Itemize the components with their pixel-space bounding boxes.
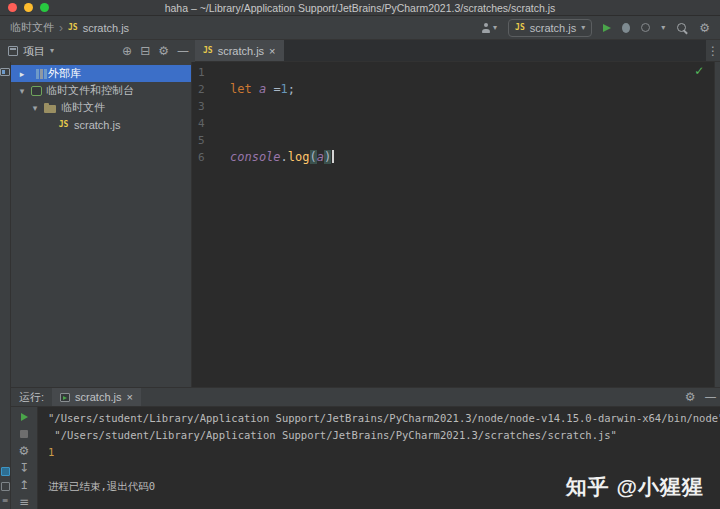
- navbar-actions: ▾ JS scratch.js ▾ ▾ ⚙: [481, 19, 710, 37]
- project-toolwindow-icon[interactable]: [0, 68, 10, 76]
- toolbar-row: 项目 ▾ ⊕ ⊟ ⚙ — JS scratch.js × ⋮: [0, 40, 720, 62]
- collapse-all-icon[interactable]: ⊟: [140, 45, 150, 57]
- project-panel-header: 项目 ▾ ⊕ ⊟ ⚙ —: [0, 40, 195, 62]
- more-run-actions-button[interactable]: ▾: [661, 24, 665, 32]
- breadcrumb: 临时文件 › JS scratch.js: [10, 20, 129, 35]
- run-configuration-selector[interactable]: JS scratch.js ▾: [508, 19, 592, 37]
- rerun-button[interactable]: [21, 411, 28, 423]
- code-token: ;: [288, 82, 295, 96]
- code-token: .: [281, 150, 288, 164]
- editor-tab-label: scratch.js: [218, 45, 264, 57]
- chevron-down-icon[interactable]: ▾: [50, 47, 54, 55]
- hide-panel-icon[interactable]: —: [704, 391, 716, 403]
- gear-icon: ⚙: [699, 22, 710, 34]
- code-line[interactable]: 2let a =1;: [192, 81, 714, 98]
- tree-item-label: 临时文件: [61, 100, 105, 115]
- code-line[interactable]: 5: [192, 132, 714, 149]
- tree-item-label: scratch.js: [74, 119, 120, 131]
- line-number: 6: [192, 149, 230, 166]
- tree-item-scratches-folder[interactable]: ▾临时文件: [11, 99, 191, 116]
- code-line[interactable]: 6console.log(a): [192, 149, 714, 166]
- code-line[interactable]: 1: [192, 64, 714, 81]
- run-button[interactable]: [603, 24, 611, 32]
- titlebar: haha – ~/Library/Application Support/Jet…: [0, 0, 720, 16]
- locate-file-icon[interactable]: ⊕: [122, 45, 132, 57]
- chevron-down-icon: ▾: [661, 24, 665, 32]
- tree-item-scratch-js-file[interactable]: JSscratch.js: [11, 116, 191, 133]
- close-tab-icon[interactable]: ×: [127, 391, 133, 403]
- line-number: 1: [192, 64, 230, 81]
- console-line: "/Users/student/Library/Application Supp…: [48, 410, 720, 427]
- search-everywhere-button[interactable]: [676, 22, 688, 34]
- folder-icon: [44, 102, 57, 114]
- arrow-down-icon: ↧: [19, 462, 29, 474]
- scratches-icon: [31, 86, 42, 96]
- run-header-actions: ⚙ —: [685, 391, 717, 403]
- console-menu-button[interactable]: ≡: [19, 496, 29, 508]
- code-with-me-button[interactable]: ▾: [481, 23, 497, 33]
- scroll-to-end-button[interactable]: ↧: [19, 462, 29, 474]
- coverage-icon: [641, 23, 650, 32]
- right-toolwindow-stripe: [714, 62, 720, 387]
- tree-item-external-libraries[interactable]: ▸外部库: [11, 65, 191, 82]
- editor[interactable]: ✓ 12let a =1;3456console.log(a): [191, 62, 714, 387]
- project-panel-title[interactable]: 项目: [23, 44, 45, 59]
- menu-icon: ≡: [19, 496, 29, 508]
- menu-icon[interactable]: ≡: [2, 497, 9, 505]
- inspection-ok-icon[interactable]: ✓: [694, 64, 704, 78]
- code-token: (: [310, 150, 317, 164]
- tree-item-label: 临时文件和控制台: [46, 83, 134, 98]
- main-row: ▸外部库▾临时文件和控制台▾临时文件JSscratch.js ✓ 12let a…: [11, 62, 720, 387]
- body: ≡ ▸外部库▾临时文件和控制台▾临时文件JSscratch.js ✓ 12let…: [0, 62, 720, 509]
- settings-button[interactable]: ⚙: [699, 22, 710, 34]
- project-tree: ▸外部库▾临时文件和控制台▾临时文件JSscratch.js: [11, 62, 191, 387]
- js-file-icon: JS: [515, 24, 525, 32]
- run-toolwindow-header: 运行: scratch.js × ⚙ —: [11, 387, 720, 406]
- person-icon: [481, 23, 491, 33]
- navigation-bar: 临时文件 › JS scratch.js ▾ JS scratch.js ▾ ▾…: [0, 16, 720, 40]
- pycharm-window: haha – ~/Library/Application Support/Jet…: [0, 0, 720, 509]
- gear-icon[interactable]: ⚙: [685, 391, 696, 403]
- gear-icon[interactable]: ⚙: [158, 45, 169, 57]
- run-tab-icon: [60, 393, 70, 402]
- chevron-right-icon[interactable]: ▸: [17, 69, 27, 79]
- console-settings-button[interactable]: ⚙: [19, 445, 30, 457]
- scroll-to-top-button[interactable]: ↥: [19, 479, 29, 491]
- chevron-down-icon: ▾: [581, 24, 585, 32]
- run-with-coverage-button[interactable]: [641, 23, 650, 32]
- tool-stripe-icon[interactable]: [1, 467, 10, 476]
- console-line: "/Users/student/Library/Application Supp…: [48, 427, 720, 444]
- project-panel-actions: ⊕ ⊟ ⚙ —: [122, 45, 189, 57]
- breadcrumb-scratches[interactable]: 临时文件: [10, 20, 54, 35]
- close-tab-icon[interactable]: ×: [269, 45, 275, 57]
- more-vertical-icon: ⋮: [707, 45, 719, 57]
- editor-tabstrip: JS scratch.js ×: [195, 40, 706, 62]
- js-icon: JS: [57, 119, 70, 131]
- text-caret: [332, 150, 334, 163]
- code-token: let: [230, 82, 252, 96]
- run-tab-scratch-js[interactable]: scratch.js ×: [52, 388, 141, 406]
- code-text: let a =1;: [230, 81, 295, 98]
- tree-item-scratches-and-consoles[interactable]: ▾临时文件和控制台: [11, 82, 191, 99]
- library-icon: [31, 68, 44, 80]
- breadcrumb-file[interactable]: scratch.js: [83, 22, 129, 34]
- chevron-down-icon[interactable]: ▾: [30, 103, 40, 113]
- console-line: 1: [48, 444, 720, 461]
- gear-icon: ⚙: [19, 445, 30, 457]
- tool-stripe-icon[interactable]: [1, 482, 10, 491]
- stop-button[interactable]: [20, 428, 28, 440]
- run-tab-label: scratch.js: [75, 391, 121, 403]
- line-number: 4: [192, 115, 230, 132]
- editor-tab-scratch-js[interactable]: JS scratch.js ×: [195, 40, 284, 61]
- search-icon: [676, 22, 688, 34]
- bug-icon: [622, 23, 630, 33]
- chevron-down-icon[interactable]: ▾: [17, 86, 27, 96]
- debug-button[interactable]: [622, 23, 630, 33]
- run-configuration-label: scratch.js: [530, 22, 576, 34]
- hide-panel-icon[interactable]: —: [177, 45, 189, 57]
- code-line[interactable]: 4: [192, 115, 714, 132]
- project-icon: [8, 46, 18, 56]
- tab-options[interactable]: ⋮: [706, 40, 720, 62]
- line-number: 5: [192, 132, 230, 149]
- code-line[interactable]: 3: [192, 98, 714, 115]
